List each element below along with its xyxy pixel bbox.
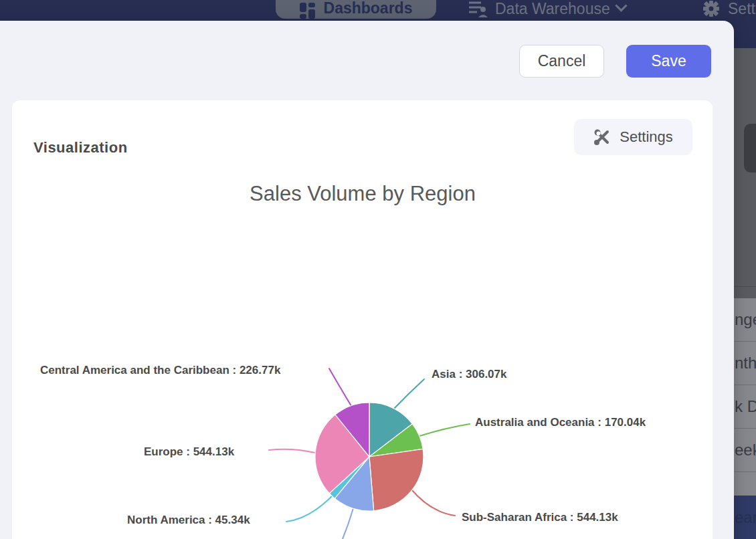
list-item: k D: [734, 385, 756, 429]
database-user-icon: [467, 0, 488, 20]
nav-data-warehouse-label: Data Warehouse: [495, 0, 610, 17]
screen: Dashboards Data Warehouse: [0, 0, 756, 539]
save-button-label: Save: [651, 52, 686, 70]
backdrop-content-sliver: nge nth k D eek ear: [734, 48, 756, 539]
list-item: nge: [734, 298, 756, 342]
backdrop-list: nge nth k D eek: [734, 298, 756, 496]
visualization-settings-button[interactable]: Settings: [574, 119, 692, 155]
gear-icon: [701, 0, 721, 20]
chevron-down-icon: [615, 0, 627, 12]
nav-tab-settings[interactable]: Settings: [701, 0, 756, 20]
dashboards-icon: [300, 3, 316, 19]
nav-dashboards-label: Dashboards: [324, 0, 413, 17]
cancel-button[interactable]: Cancel: [519, 45, 604, 78]
edit-visualization-modal: Cancel Save Visualization Settings: [0, 21, 734, 539]
divider: [734, 286, 756, 287]
tools-icon: [593, 128, 611, 146]
nav-settings-label: Settings: [728, 0, 756, 17]
backdrop-button-partial: [744, 124, 756, 173]
panel-title: Visualization: [33, 139, 128, 156]
cancel-button-label: Cancel: [538, 52, 586, 70]
list-item: nth: [734, 342, 756, 385]
list-item-selected: ear: [734, 496, 756, 539]
visualization-panel: Visualization Settings: [12, 100, 713, 539]
save-button[interactable]: Save: [626, 45, 711, 78]
list-item: eek: [734, 429, 756, 472]
nav-tab-dashboards[interactable]: Dashboards: [276, 0, 436, 19]
nav-tab-data-warehouse[interactable]: Data Warehouse: [467, 0, 626, 20]
settings-button-label: Settings: [620, 128, 673, 146]
